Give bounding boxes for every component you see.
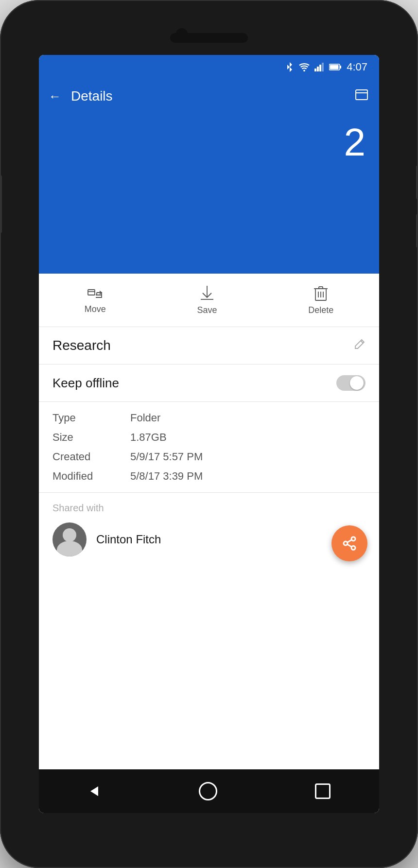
save-label: Save [197, 305, 217, 315]
move-icon [87, 286, 104, 300]
toggle-knob [350, 376, 364, 390]
offline-toggle[interactable] [336, 375, 366, 391]
assist-button[interactable] [416, 214, 418, 248]
detail-row-size: Size 1.87GB [52, 431, 366, 444]
preview-area: 2 [39, 113, 379, 274]
status-icons: 4:07 [285, 61, 367, 73]
offline-label: Keep offline [52, 376, 119, 391]
svg-point-21 [344, 541, 348, 545]
battery-icon [329, 63, 342, 71]
back-nav-button[interactable] [87, 784, 101, 798]
detail-value-type: Folder [130, 412, 160, 424]
svg-point-20 [351, 537, 355, 541]
save-icon [200, 285, 214, 301]
svg-rect-7 [330, 65, 339, 69]
move-action[interactable]: Move [85, 286, 106, 314]
svg-rect-1 [314, 69, 316, 71]
svg-rect-2 [317, 67, 319, 71]
volume-button[interactable] [0, 175, 2, 233]
details-section: Type Folder Size 1.87GB Created 5/9/17 5… [39, 402, 379, 493]
name-row: Research [39, 327, 379, 365]
svg-rect-4 [322, 63, 324, 71]
offline-row: Keep offline [39, 365, 379, 402]
svg-point-22 [351, 546, 355, 550]
svg-line-23 [347, 544, 351, 547]
bluetooth-icon [285, 62, 294, 72]
edit-icon[interactable] [354, 338, 366, 353]
item-name: Research [52, 338, 111, 353]
action-bar: Move Save [39, 274, 379, 327]
detail-key-size: Size [52, 431, 130, 444]
share-fab-button[interactable] [331, 525, 367, 561]
shared-label: Shared with [52, 503, 366, 514]
wifi-icon [299, 63, 310, 71]
svg-rect-10 [88, 290, 95, 295]
delete-label: Delete [308, 305, 333, 315]
detail-key-type: Type [52, 412, 130, 424]
phone-shell: 4:07 ← Details 2 [0, 0, 418, 868]
svg-marker-25 [90, 786, 98, 796]
signal-icon [314, 63, 324, 71]
status-bar: 4:07 [39, 55, 379, 79]
save-action[interactable]: Save [197, 285, 217, 315]
detail-value-size: 1.87GB [130, 431, 167, 444]
screen: 4:07 ← Details 2 [39, 55, 379, 813]
share-icon [342, 536, 357, 551]
svg-point-0 [303, 70, 305, 72]
delete-icon [314, 285, 328, 301]
power-button[interactable] [416, 165, 418, 199]
app-header: ← Details [39, 79, 379, 113]
expand-icon[interactable] [355, 88, 368, 104]
svg-rect-8 [356, 90, 367, 100]
page-title: Details [71, 88, 113, 104]
back-button[interactable]: ← [49, 89, 61, 104]
detail-key-created: Created [52, 451, 130, 463]
svg-rect-3 [319, 65, 321, 71]
detail-row-modified: Modified 5/8/17 3:39 PM [52, 470, 366, 483]
svg-rect-6 [340, 66, 341, 69]
detail-value-modified: 5/8/17 3:39 PM [130, 470, 203, 483]
move-label: Move [85, 304, 106, 314]
detail-key-modified: Modified [52, 470, 130, 483]
avatar [52, 522, 87, 556]
status-time: 4:07 [347, 61, 367, 73]
nav-bar [39, 769, 379, 813]
shared-section: Shared with Clinton Fitch [39, 493, 379, 566]
recents-nav-button[interactable] [315, 783, 331, 799]
content-area: Research Keep offline Type [39, 327, 379, 769]
detail-value-created: 5/9/17 5:57 PM [130, 451, 203, 463]
delete-action[interactable]: Delete [308, 285, 333, 315]
svg-line-24 [347, 540, 351, 542]
folder-number: 2 [344, 123, 366, 162]
shared-user: Clinton Fitch [52, 522, 366, 556]
detail-row-type: Type Folder [52, 412, 366, 424]
user-name: Clinton Fitch [96, 533, 161, 546]
detail-row-created: Created 5/9/17 5:57 PM [52, 451, 366, 463]
home-nav-button[interactable] [199, 782, 217, 800]
